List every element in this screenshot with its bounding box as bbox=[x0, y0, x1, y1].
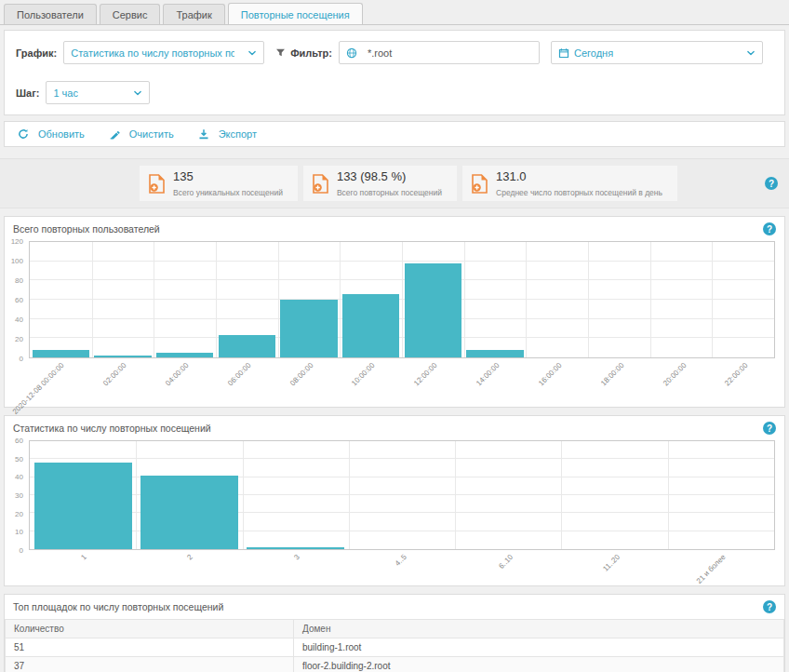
globe-icon bbox=[346, 47, 357, 59]
table-title: Топ площадок по числу повторных посещени… bbox=[13, 601, 223, 612]
filter-panel: График: Статистика по числу повторных по… bbox=[4, 30, 785, 115]
y-axis-tick: 120 bbox=[11, 237, 23, 246]
plot-area bbox=[29, 440, 775, 550]
file-plus-icon bbox=[313, 174, 328, 194]
table-header-cell: Домен bbox=[294, 620, 784, 638]
y-axis-tick: 0 bbox=[20, 355, 23, 363]
x-axis-label: 6..10 bbox=[497, 553, 515, 571]
table-header-row: КоличествоДомен bbox=[6, 620, 784, 638]
y-axis-tick: 100 bbox=[11, 257, 23, 265]
kpi-value: 135 bbox=[173, 169, 283, 183]
top-domains-panel: Топ площадок по числу повторных посещени… bbox=[4, 594, 785, 672]
y-axis-tick: 40 bbox=[15, 316, 23, 324]
x-axis-label: 02:00:00 bbox=[101, 361, 127, 387]
help-icon[interactable]: ? bbox=[763, 422, 776, 435]
tab-service[interactable]: Сервис bbox=[100, 4, 161, 24]
actions-bar: Обновить Очистить Экспорт bbox=[4, 121, 785, 147]
refresh-icon bbox=[18, 128, 29, 140]
kpi-value: 133 (98.5 %) bbox=[337, 169, 442, 183]
y-axis-tick: 60 bbox=[15, 296, 23, 304]
y-axis-tick: 40 bbox=[15, 473, 23, 481]
chevron-down-icon bbox=[746, 48, 756, 58]
x-axis-label: 3 bbox=[292, 553, 301, 562]
filter-funnel-icon bbox=[275, 47, 286, 58]
file-plus-icon bbox=[149, 174, 165, 194]
step-select-value: 1 час bbox=[53, 87, 78, 99]
kpi-cards: 135Всего уникальных посещений133 (98.5 %… bbox=[140, 166, 677, 201]
chevron-down-icon bbox=[133, 88, 142, 98]
clear-label: Очистить bbox=[129, 128, 174, 140]
kpi-card: 131.0Среднее число повторных посещений в… bbox=[462, 166, 677, 201]
y-axis: 020406080100120 bbox=[7, 241, 26, 358]
tab-repeat-visits[interactable]: Повторные посещения bbox=[228, 3, 363, 24]
bar-chart: 0102030405060 1234..56..1011..2021 и бол… bbox=[7, 440, 775, 584]
chart-panel-repeat-users: Всего повторных пользователей ? 02040608… bbox=[4, 216, 785, 408]
y-axis-tick: 20 bbox=[15, 335, 23, 343]
table-cell: floor-2.building-2.root bbox=[294, 657, 784, 672]
bar-0[interactable] bbox=[33, 350, 89, 357]
refresh-button[interactable]: Обновить bbox=[18, 128, 85, 140]
kpi-label: Среднее число повторных посещений в день bbox=[496, 188, 662, 197]
kpi-card: 135Всего уникальных посещений bbox=[140, 166, 298, 201]
x-axis-label: 14:00:00 bbox=[475, 361, 501, 387]
filter-label: Фильтр: bbox=[290, 47, 332, 59]
x-axis-label: 2 bbox=[186, 553, 195, 562]
y-axis-tick: 50 bbox=[15, 454, 23, 463]
x-axis-label: 12:00:00 bbox=[412, 361, 438, 387]
graph-type-select[interactable]: Статистика по числу повторных посещений bbox=[63, 41, 264, 64]
bar-5[interactable] bbox=[342, 294, 399, 357]
y-axis-tick: 30 bbox=[15, 491, 23, 500]
chart-title: Статистика по числу повторных посещений bbox=[13, 423, 211, 434]
filter-inputbox bbox=[339, 41, 540, 64]
bar-2[interactable] bbox=[156, 353, 213, 357]
top-domains-table: КоличествоДомен 51building-1.root37floor… bbox=[5, 619, 784, 672]
help-icon[interactable]: ? bbox=[763, 222, 776, 235]
brush-clear-icon bbox=[109, 128, 120, 140]
table-cell: 51 bbox=[6, 638, 294, 657]
refresh-label: Обновить bbox=[38, 128, 85, 140]
chart-title: Всего повторных пользователей bbox=[13, 223, 160, 235]
tab-users[interactable]: Пользователи bbox=[4, 4, 97, 24]
bar-chart: 020406080100120 2020-12-08 00:00:0002:00… bbox=[7, 241, 775, 405]
filter-input[interactable] bbox=[368, 47, 532, 59]
export-label: Экспорт bbox=[219, 128, 257, 140]
x-axis-label: 1 bbox=[79, 553, 88, 562]
export-button[interactable]: Экспорт bbox=[198, 128, 257, 140]
help-icon[interactable]: ? bbox=[763, 600, 776, 613]
calendar-icon bbox=[558, 47, 569, 59]
help-icon[interactable]: ? bbox=[765, 177, 778, 190]
y-axis-tick: 20 bbox=[15, 509, 23, 517]
bar-6[interactable] bbox=[405, 263, 461, 357]
date-range-select[interactable]: Сегодня bbox=[551, 41, 763, 64]
bar-1[interactable] bbox=[140, 476, 238, 549]
bar-4[interactable] bbox=[280, 300, 337, 357]
clear-button[interactable]: Очистить bbox=[109, 128, 174, 140]
tab-bar: ПользователиСервисТрафикПовторные посеще… bbox=[0, 0, 789, 25]
step-select[interactable]: 1 час bbox=[46, 81, 150, 104]
table-cell: building-1.root bbox=[294, 638, 784, 657]
x-axis-label: 10:00:00 bbox=[351, 361, 377, 387]
x-axis-label: 06:00:00 bbox=[226, 361, 252, 387]
kpi-label: Всего уникальных посещений bbox=[173, 188, 283, 197]
x-axis: 1234..56..1011..2021 и более bbox=[29, 550, 775, 584]
step-label: Шаг: bbox=[16, 87, 39, 99]
bar-1[interactable] bbox=[94, 356, 151, 357]
kpi-strip: 135Всего уникальных посещений133 (98.5 %… bbox=[0, 158, 789, 208]
y-axis-tick: 80 bbox=[15, 276, 23, 285]
table-row: 51building-1.root bbox=[6, 638, 784, 657]
y-axis-tick: 60 bbox=[15, 437, 23, 445]
bar-3[interactable] bbox=[219, 335, 275, 357]
x-axis-label: 04:00:00 bbox=[164, 361, 190, 387]
x-axis: 2020-12-08 00:00:0002:00:0004:00:0006:00… bbox=[29, 358, 775, 405]
date-range-value: Сегодня bbox=[574, 47, 613, 59]
x-axis-label: 18:00:00 bbox=[599, 361, 625, 387]
x-axis-label: 21 и более bbox=[695, 553, 728, 585]
bar-2[interactable] bbox=[247, 547, 344, 549]
bar-7[interactable] bbox=[466, 350, 523, 357]
bar-0[interactable] bbox=[34, 463, 132, 549]
tab-traffic[interactable]: Трафик bbox=[163, 4, 224, 24]
x-axis-label: 4..5 bbox=[394, 553, 408, 568]
x-axis-label: 11..20 bbox=[601, 553, 622, 573]
x-axis-label: 2020-12-08 00:00:00 bbox=[11, 361, 66, 416]
plot-area bbox=[29, 241, 775, 358]
